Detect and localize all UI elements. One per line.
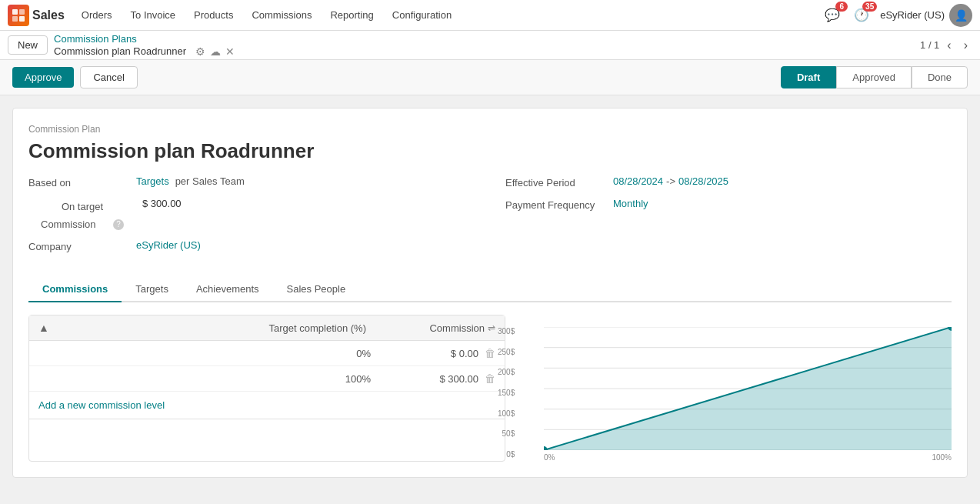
nav-to-invoice[interactable]: To Invoice [123, 6, 184, 24]
table-row: 0% $ 0.00 🗑 [29, 341, 505, 366]
collapse-icon[interactable]: ▲ [38, 322, 49, 334]
plan-title: Commission plan Roadrunner [28, 139, 952, 163]
close-icon[interactable]: ✕ [225, 45, 235, 58]
payment-freq-label: Payment Frequency [505, 198, 613, 211]
col-commission-header: Commission ⇌ [403, 322, 495, 334]
y-label-50: 50$ [498, 429, 515, 438]
company-label: Company [28, 239, 136, 252]
empty-row [29, 419, 505, 449]
row-0-pct: 0% [38, 348, 402, 359]
nav-products[interactable]: Products [186, 6, 241, 24]
activity-notification[interactable]: 🕐 35 [851, 5, 872, 26]
user-name: eSyRider (US) [880, 9, 945, 21]
row-0-delete[interactable]: 🗑 [485, 347, 495, 359]
row-1-pct: 100% [38, 373, 402, 385]
message-notification[interactable]: 💬 6 [822, 5, 843, 26]
svg-point-13 [544, 446, 548, 450]
nav-configuration[interactable]: Configuration [385, 6, 459, 24]
svg-rect-2 [12, 16, 18, 22]
x-label-100: 100% [932, 453, 952, 462]
main-content: Commission Plan Commission plan Roadrunn… [12, 108, 968, 478]
action-bar: Approve Cancel Draft Approved Done [0, 60, 980, 95]
tab-achievements[interactable]: Achievements [182, 277, 273, 302]
user-menu[interactable]: eSyRider (US) 👤 [880, 4, 972, 27]
tab-content: ▲ Target completion (%) Commission ⇌ 0% … [28, 302, 952, 462]
form-left: Based on Targets per Sales Team On targe… [28, 175, 475, 262]
nav-right: 💬 6 🕐 35 eSyRider (US) 👤 [822, 4, 972, 27]
nav-orders[interactable]: Orders [74, 6, 120, 24]
sort-icon[interactable]: ⇌ [488, 322, 495, 333]
commission-value: $ 300.00 [142, 198, 182, 209]
breadcrumb-parent[interactable]: Commission Plans [54, 33, 235, 45]
effective-period-field: Effective Period 08/28/2024 -> 08/28/202… [505, 175, 952, 189]
tab-targets[interactable]: Targets [122, 277, 182, 302]
status-approved[interactable]: Approved [836, 66, 912, 88]
help-icon[interactable]: ? [113, 219, 124, 230]
company-value[interactable]: eSyRider (US) [136, 239, 201, 251]
y-label-150: 150$ [498, 389, 515, 397]
status-bar: Draft Approved Done [781, 66, 968, 88]
prev-page-button[interactable]: ‹ [942, 37, 955, 54]
y-label-0: 0$ [498, 450, 515, 459]
add-commission-level-link[interactable]: Add a new commission level [29, 392, 505, 419]
activity-count: 35 [862, 2, 877, 12]
table-row: 100% $ 300.00 🗑 [29, 366, 505, 392]
status-done[interactable]: Done [912, 66, 968, 88]
settings-icon[interactable]: ⚙ [195, 45, 205, 58]
form-right: Effective Period 08/28/2024 -> 08/28/202… [505, 175, 952, 262]
form-grid: Based on Targets per Sales Team On targe… [28, 175, 952, 262]
y-label-200: 200$ [498, 368, 515, 376]
svg-rect-3 [19, 16, 25, 22]
nav-commissions[interactable]: Commissions [244, 6, 319, 24]
user-avatar: 👤 [949, 4, 972, 27]
next-page-button[interactable]: › [959, 37, 972, 54]
section-label: Commission Plan [28, 124, 952, 135]
message-count: 6 [835, 2, 848, 12]
new-button[interactable]: New [8, 35, 48, 55]
on-target-label-wrap: On target Commission? [28, 198, 136, 230]
row-0-commission: $ 0.00 [402, 348, 478, 359]
row-1-commission: $ 300.00 [402, 373, 478, 385]
row-1-delete[interactable]: 🗑 [485, 372, 495, 385]
app-logo[interactable]: Sales [8, 5, 65, 26]
commission-sub-label: Commission [41, 219, 110, 230]
company-field: Company eSyRider (US) [28, 239, 475, 252]
x-label-0: 0% [544, 453, 555, 462]
effective-start[interactable]: 08/28/2024 [613, 175, 663, 187]
arrow: -> [666, 175, 675, 187]
tab-sales-people[interactable]: Sales People [273, 277, 360, 302]
cancel-button[interactable]: Cancel [80, 66, 137, 88]
cloud-icon[interactable]: ☁ [210, 45, 221, 58]
chart-area [544, 327, 952, 450]
based-on-value[interactable]: Targets [136, 175, 169, 187]
y-label-300: 300$ [498, 327, 515, 335]
effective-period-label: Effective Period [505, 175, 613, 189]
chart-y-labels: 0$ 50$ 100$ 150$ 200$ 250$ 300$ [498, 327, 515, 462]
svg-rect-1 [19, 9, 25, 15]
payment-freq-field: Payment Frequency Monthly [505, 198, 952, 211]
effective-end[interactable]: 08/28/2025 [678, 175, 728, 187]
top-nav: Sales Orders To Invoice Products Commiss… [0, 0, 980, 31]
chart-x-labels: 0% 100% [544, 453, 952, 462]
breadcrumb-actions: ⚙ ☁ ✕ [195, 45, 235, 58]
approve-button[interactable]: Approve [12, 67, 74, 88]
y-label-100: 100$ [498, 409, 515, 418]
breadcrumb-current: Commission plan Roadrunner [54, 45, 186, 57]
on-target-commission-field: On target Commission? $ 300.00 [28, 198, 475, 230]
nav-reporting[interactable]: Reporting [322, 6, 381, 24]
app-name: Sales [32, 8, 65, 22]
y-label-250: 250$ [498, 348, 515, 356]
payment-freq-value[interactable]: Monthly [613, 198, 648, 209]
pagination: 1 / 1 ‹ › [920, 37, 972, 54]
commissions-table: ▲ Target completion (%) Commission ⇌ 0% … [28, 315, 505, 462]
svg-rect-0 [12, 9, 18, 15]
table-header: ▲ Target completion (%) Commission ⇌ [29, 315, 505, 341]
page-info: 1 / 1 [920, 39, 939, 51]
based-on-field: Based on Targets per Sales Team [28, 175, 475, 189]
col-target-header: Target completion (%) [55, 322, 397, 334]
status-draft[interactable]: Draft [781, 66, 836, 88]
tab-commissions[interactable]: Commissions [28, 277, 122, 302]
chart-svg [544, 327, 952, 450]
on-target-label: On target [62, 199, 103, 212]
chart-section: 0$ 50$ 100$ 150$ 200$ 250$ 300$ [521, 315, 952, 462]
